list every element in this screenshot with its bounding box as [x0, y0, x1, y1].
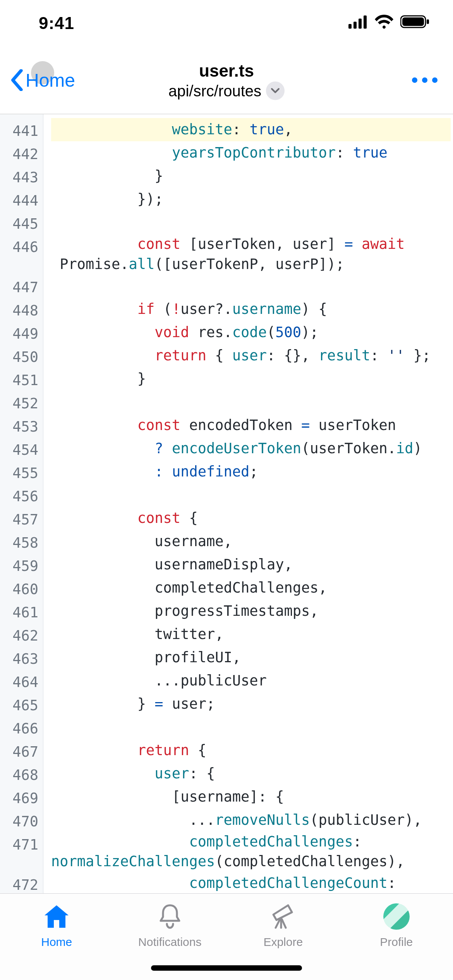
avatar-icon [382, 903, 411, 930]
line-number: 462 [2, 623, 38, 646]
tab-label: Home [41, 935, 72, 949]
home-indicator[interactable] [151, 965, 302, 971]
line-number: 449 [2, 321, 38, 344]
line-number: 457 [2, 507, 38, 530]
svg-rect-0 [348, 24, 352, 29]
code-line[interactable]: return { user: {}, result: '' }; [51, 344, 451, 367]
cellular-icon [348, 14, 368, 33]
tab-profile[interactable]: Profile [340, 894, 453, 980]
line-number: 446 [2, 234, 38, 274]
wifi-icon [375, 14, 393, 33]
code-viewer[interactable]: 4414424434444454464474484494504514524534… [0, 114, 453, 893]
header-title-group[interactable]: user.ts api/src/routes [168, 60, 285, 101]
home-icon [42, 903, 71, 930]
code-line[interactable]: ...publicUser [51, 669, 451, 692]
code-line[interactable]: : undefined; [51, 460, 451, 483]
code-line[interactable]: } [51, 164, 451, 188]
code-line[interactable] [51, 274, 451, 298]
code-line[interactable]: twitter, [51, 623, 451, 646]
line-number: 453 [2, 414, 38, 437]
status-bar: 9:41 [0, 0, 453, 46]
svg-rect-6 [427, 19, 429, 24]
file-path: api/src/routes [168, 81, 261, 101]
line-number: 461 [2, 600, 38, 623]
line-number: 445 [2, 211, 38, 234]
more-dot-icon [412, 77, 417, 83]
line-number: 469 [2, 785, 38, 809]
more-button[interactable] [412, 77, 438, 83]
telescope-icon [268, 903, 298, 930]
status-time: 9:41 [39, 14, 74, 33]
code-line[interactable]: profileUI, [51, 646, 451, 669]
line-number: 448 [2, 298, 38, 321]
line-number: 464 [2, 669, 38, 692]
svg-rect-1 [353, 22, 357, 29]
tab-home[interactable]: Home [0, 894, 113, 980]
line-number: 451 [2, 367, 38, 391]
tab-label: Profile [380, 935, 413, 949]
line-number: 458 [2, 530, 38, 553]
line-number: 467 [2, 739, 38, 762]
line-number: 460 [2, 576, 38, 600]
line-number: 470 [2, 809, 38, 832]
code-line[interactable]: username, [51, 530, 451, 553]
bell-icon [155, 903, 185, 930]
back-label: Home [26, 70, 75, 91]
path-dropdown-icon[interactable] [266, 82, 285, 100]
code-line[interactable] [51, 211, 451, 234]
code-line[interactable]: } [51, 367, 451, 391]
nav-header: Home user.ts api/src/routes [0, 46, 453, 114]
code-line[interactable]: } = user; [51, 692, 451, 716]
line-number: 441 [2, 118, 38, 141]
line-number: 442 [2, 141, 38, 164]
code-line[interactable]: completedChallenges, [51, 576, 451, 600]
code-line[interactable]: completedChallengeCount: [51, 872, 451, 893]
chevron-left-icon [10, 69, 23, 91]
code-line[interactable]: [username]: { [51, 785, 451, 809]
status-icons [348, 14, 430, 33]
line-number: 447 [2, 274, 38, 298]
back-button[interactable]: Home [0, 69, 75, 91]
code-line[interactable]: const [userToken, user] = await Promise.… [51, 234, 451, 274]
code-line[interactable]: ? encodeUserToken(userToken.id) [51, 437, 451, 460]
code-line[interactable] [51, 391, 451, 414]
tab-label: Notifications [138, 935, 201, 949]
code-line[interactable]: ...removeNulls(publicUser), [51, 809, 451, 832]
line-number: 465 [2, 692, 38, 716]
line-number: 456 [2, 483, 38, 507]
line-number: 466 [2, 716, 38, 739]
line-number: 459 [2, 553, 38, 576]
code-line[interactable] [51, 716, 451, 739]
code-line[interactable]: completedChallenges: normalizeChallenges… [51, 832, 451, 872]
code-line[interactable]: usernameDisplay, [51, 553, 451, 576]
line-number: 463 [2, 646, 38, 669]
line-gutter: 4414424434444454464474484494504514524534… [0, 114, 43, 893]
line-number: 471 [2, 832, 38, 872]
code-line[interactable]: void res.code(500); [51, 321, 451, 344]
line-number: 450 [2, 344, 38, 367]
line-number: 452 [2, 391, 38, 414]
code-line[interactable]: website: true, [51, 118, 451, 141]
line-number: 472 [2, 872, 38, 893]
code-line[interactable]: const encodedToken = userToken [51, 414, 451, 437]
battery-icon [400, 14, 430, 33]
code-line[interactable] [51, 483, 451, 507]
line-number: 443 [2, 164, 38, 188]
svg-rect-3 [364, 15, 367, 29]
code-line[interactable]: }); [51, 188, 451, 211]
code-line[interactable]: return { [51, 739, 451, 762]
more-dot-icon [432, 77, 438, 83]
svg-rect-5 [402, 17, 424, 26]
svg-rect-2 [359, 19, 362, 29]
line-number: 454 [2, 437, 38, 460]
code-line[interactable]: user: { [51, 762, 451, 785]
code-line[interactable]: if (!user?.username) { [51, 298, 451, 321]
line-number: 468 [2, 762, 38, 785]
code-line[interactable]: const { [51, 507, 451, 530]
line-number: 455 [2, 460, 38, 483]
code-content[interactable]: website: true, yearsTopContributor: true… [43, 114, 453, 893]
more-dot-icon [422, 77, 427, 83]
tab-label: Explore [263, 935, 303, 949]
code-line[interactable]: yearsTopContributor: true [51, 141, 451, 164]
code-line[interactable]: progressTimestamps, [51, 600, 451, 623]
